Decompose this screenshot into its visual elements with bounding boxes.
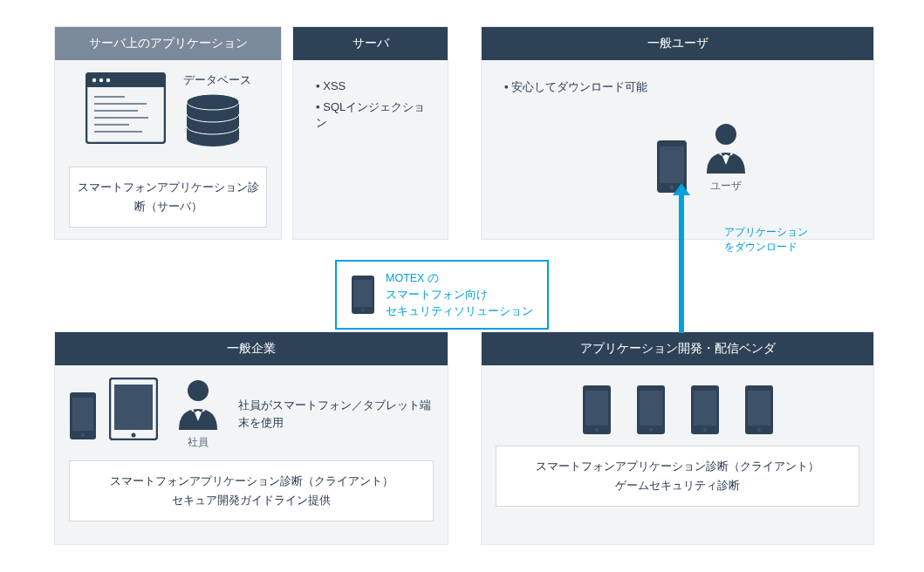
- enterprise-phone-icon: [69, 392, 97, 440]
- svg-point-18: [715, 124, 736, 145]
- panel-header-vendor: アプリケーション開発・配信ベンダ: [482, 332, 873, 365]
- app-window-icon: [86, 72, 166, 144]
- svg-rect-16: [660, 146, 684, 183]
- svg-point-21: [81, 433, 85, 437]
- database-icon: [183, 93, 251, 156]
- user-bullet-list: 安心してダウンロード可能: [496, 72, 859, 99]
- user-person-icon: [702, 121, 750, 175]
- svg-point-4: [106, 78, 109, 82]
- enterprise-note: 社員がスマートフォン／タブレット端末を使用: [238, 397, 434, 431]
- svg-point-37: [757, 428, 761, 432]
- arrow-download-label: アプリケーション をダウンロード: [724, 225, 808, 255]
- panel-server: サーバ XSS SQLインジェクション: [292, 26, 448, 240]
- svg-point-3: [99, 78, 102, 82]
- panel-vendor: アプリケーション開発・配信ベンダ スマートフォンアプリケーション診断（クライアン…: [481, 331, 874, 545]
- database-label: データベース: [183, 72, 251, 88]
- svg-point-31: [649, 428, 653, 432]
- svg-point-24: [132, 433, 136, 438]
- server-bullet-list: XSS SQLインジェクション: [307, 72, 434, 134]
- vendor-phone-icon: [636, 385, 666, 435]
- svg-point-2: [92, 78, 95, 82]
- svg-rect-30: [640, 391, 662, 426]
- vendor-phone-icon: [582, 385, 612, 435]
- panel-enterprise: 一般企業 社員 社員がスマートフォン／タブレット端末を使用 ス: [54, 331, 448, 545]
- panel-general-user: 一般ユーザ 安心してダウンロード可能 ユーザ: [481, 26, 874, 240]
- panel-header-enterprise: 一般企業: [55, 332, 448, 365]
- svg-rect-36: [748, 391, 770, 426]
- svg-rect-20: [72, 398, 93, 431]
- svg-rect-23: [114, 385, 153, 430]
- bullet-xss: XSS: [316, 76, 434, 96]
- bullet-safe-download: 安心してダウンロード可能: [504, 76, 859, 99]
- svg-rect-39: [354, 280, 373, 307]
- vendor-subbox: スマートフォンアプリケーション診断（クライアント） ゲームセキュリティ診断: [496, 446, 859, 507]
- callout-motex: MOTEX の スマートフォン向け セキュリティソリューション: [335, 260, 549, 330]
- panel-header-general-user: 一般ユーザ: [482, 27, 873, 60]
- user-label: ユーザ: [702, 179, 750, 194]
- arrow-download: [679, 194, 684, 333]
- bullet-sql: SQLインジェクション: [316, 96, 434, 134]
- arrow-download-head: [673, 183, 690, 195]
- svg-rect-27: [585, 391, 608, 426]
- panel-header-server: サーバ: [293, 27, 448, 60]
- employee-person-icon: [174, 378, 222, 432]
- svg-point-25: [188, 380, 209, 401]
- enterprise-subbox: スマートフォンアプリケーション診断（クライアント） セキュア開発ガイドライン提供: [69, 460, 434, 521]
- svg-point-28: [595, 428, 599, 432]
- svg-point-34: [703, 428, 707, 432]
- svg-point-40: [361, 309, 365, 312]
- vendor-phone-icon: [690, 385, 720, 435]
- callout-text: MOTEX の スマートフォン向け セキュリティソリューション: [386, 270, 533, 319]
- panel-server-app: サーバ上のアプリケーション データベース スマートフォンアプリケーション診断（サ…: [54, 26, 282, 240]
- svg-rect-33: [694, 391, 716, 426]
- callout-phone-icon: [351, 275, 375, 315]
- panel-header-server-app: サーバ上のアプリケーション: [55, 27, 281, 60]
- svg-rect-1: [86, 73, 165, 87]
- vendor-phone-icon: [744, 385, 774, 435]
- employee-label: 社員: [174, 435, 222, 450]
- enterprise-tablet-icon: [109, 378, 158, 440]
- server-app-subbox: スマートフォンアプリケーション診断（サーバ）: [69, 167, 267, 228]
